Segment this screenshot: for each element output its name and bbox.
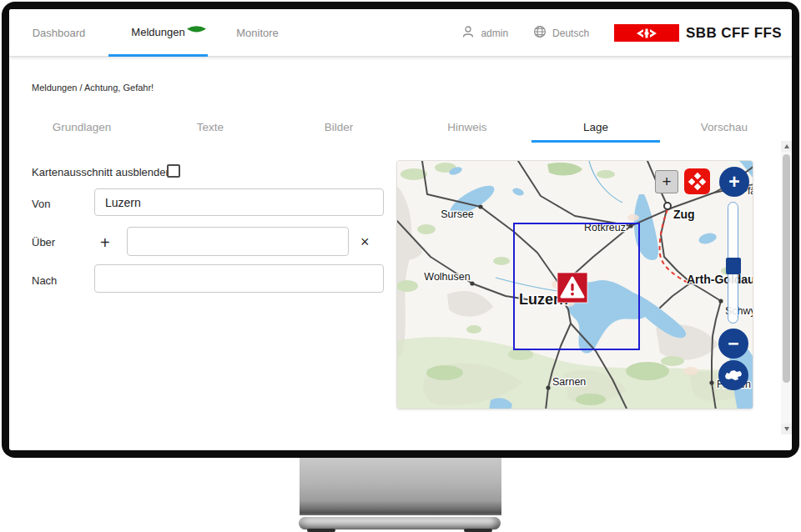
breadcrumb: Meldungen / Achtung, Gefahr!: [32, 83, 154, 93]
move-icon: [689, 173, 705, 189]
zoom-slider[interactable]: [728, 202, 738, 324]
add-via-button[interactable]: +: [100, 234, 110, 251]
monitor-stand-base: [299, 517, 501, 529]
brand-text: SBB CFF FFS: [686, 25, 782, 42]
nav-item-dashboard[interactable]: Dashboard: [9, 9, 108, 57]
sbb-arrows-icon: [614, 24, 679, 42]
hide-map-label: Kartenausschnitt ausblenden: [32, 166, 172, 178]
screen: Dashboard Meldungen Monitore admin: [9, 9, 792, 450]
tab-hinweis[interactable]: Hinweis: [403, 116, 531, 143]
tab-texte[interactable]: Texte: [146, 116, 275, 143]
svg-text:Arth-Goldau: Arth-Goldau: [687, 273, 753, 286]
zoom-out-button[interactable]: −: [718, 329, 748, 359]
zoom-slider-handle[interactable]: [726, 258, 741, 274]
monitor-stand-neck: [300, 457, 501, 515]
svg-text:Sarnen: Sarnen: [552, 376, 586, 388]
app-header: Dashboard Meldungen Monitore admin: [9, 9, 792, 57]
monitor-foot-left: [307, 529, 335, 532]
map-junction-zug: [664, 203, 671, 209]
scroll-up-button[interactable]: [781, 141, 792, 152]
zoom-in-button[interactable]: +: [719, 167, 749, 197]
ueber-input[interactable]: [127, 227, 349, 256]
tab-grundlagen[interactable]: Grundlagen: [18, 116, 146, 143]
svg-text:Sursee: Sursee: [441, 208, 474, 220]
pan-button[interactable]: [684, 168, 710, 194]
scrollbar-thumb[interactable]: [783, 154, 790, 383]
content-scrollbar[interactable]: [781, 141, 792, 434]
nach-input[interactable]: [94, 264, 384, 293]
warning-marker-icon[interactable]: [557, 273, 587, 303]
hide-map-checkbox[interactable]: [167, 164, 180, 178]
monitor-bezel: Dashboard Meldungen Monitore admin: [2, 2, 799, 458]
switzerland-icon: [723, 369, 743, 382]
monitor-foot-right: [464, 529, 492, 532]
reset-view-button[interactable]: [718, 360, 748, 390]
tab-bilder[interactable]: Bilder: [275, 116, 403, 143]
ueber-label: Über: [32, 236, 55, 248]
nav-item-monitore[interactable]: Monitore: [208, 9, 307, 57]
scroll-down-icon: [784, 427, 789, 431]
von-input[interactable]: [94, 188, 384, 216]
main-nav: Dashboard Meldungen Monitore: [9, 9, 307, 57]
detail-tabs: Grundlagen Texte Bilder Hinweis Lage Vor…: [18, 116, 788, 143]
clear-via-button[interactable]: ×: [360, 234, 370, 249]
green-crescent-icon: [186, 23, 207, 33]
scroll-down-button[interactable]: [781, 424, 792, 434]
tab-vorschau[interactable]: Vorschau: [660, 116, 788, 143]
scroll-up-icon: [784, 144, 789, 148]
von-label: Von: [32, 198, 50, 210]
language-menu[interactable]: Deutsch: [533, 25, 589, 41]
page: Dashboard Meldungen Monitore admin: [0, 0, 801, 532]
sbb-logo: SBB CFF FFS: [614, 24, 782, 42]
globe-icon: [533, 25, 547, 41]
header-right: admin Deutsch: [461, 9, 782, 57]
svg-text:Zug: Zug: [673, 208, 695, 221]
nach-label: Nach: [32, 274, 57, 287]
map[interactable]: Sursee Rotkreuz Wolhusen Luzern Zug Arth…: [396, 160, 753, 409]
tab-lage[interactable]: Lage: [531, 116, 660, 143]
user-icon: [461, 25, 475, 41]
layers-button[interactable]: +: [655, 170, 678, 193]
user-menu[interactable]: admin: [461, 25, 508, 41]
svg-text:Wolhusen: Wolhusen: [424, 271, 470, 283]
map-canvas: Sursee Rotkreuz Wolhusen Luzern Zug Arth…: [397, 161, 753, 409]
